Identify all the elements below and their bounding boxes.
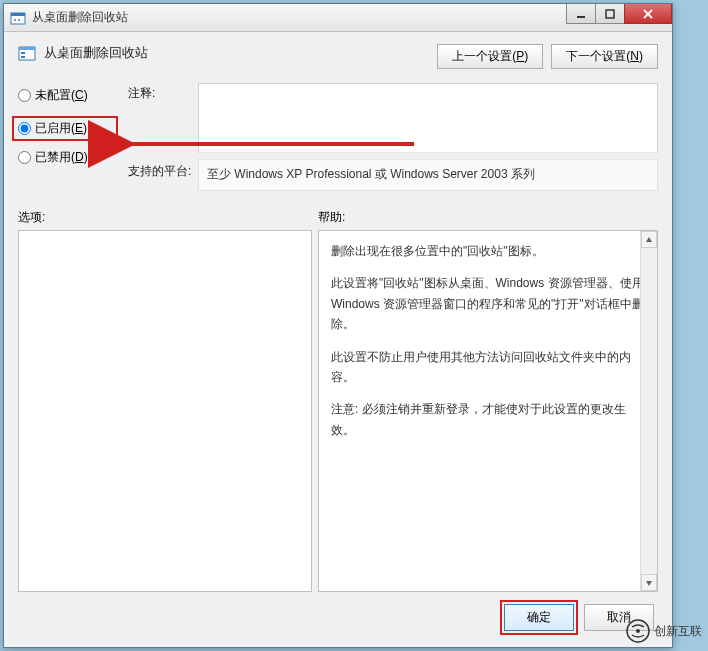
svg-point-2 [14,19,16,21]
ok-button[interactable]: 确定 [504,604,574,631]
svg-marker-13 [646,581,652,586]
dialog-window: 从桌面删除回收站 从桌面删除回收站 上一个设置(P) 下一个设置(N) [3,3,673,648]
platform-text: 至少 Windows XP Professional 或 Windows Ser… [198,159,658,191]
maximize-button[interactable] [595,4,625,24]
next-setting-button[interactable]: 下一个设置(N) [551,44,658,69]
svg-rect-1 [11,13,25,16]
svg-point-17 [636,629,640,633]
platform-label: 支持的平台: [128,159,198,180]
watermark-logo-icon [626,619,650,643]
help-text: 此设置不防止用户使用其他方法访问回收站文件夹中的内容。 [331,347,645,388]
window-title: 从桌面删除回收站 [32,9,128,26]
svg-rect-9 [19,47,35,50]
help-text: 删除出现在很多位置中的"回收站"图标。 [331,241,645,261]
comment-textbox[interactable] [198,83,658,153]
window-icon [10,10,26,26]
comment-label: 注释: [128,83,198,102]
options-panel [18,230,312,592]
help-scrollbar[interactable] [640,231,657,591]
help-label: 帮助: [318,209,345,226]
watermark: 创新互联 [626,619,702,643]
titlebar: 从桌面删除回收站 [4,4,672,32]
svg-point-3 [18,19,20,21]
svg-rect-5 [606,10,614,18]
dialog-footer: 确定 取消 [18,592,658,635]
svg-marker-12 [646,237,652,242]
minimize-button[interactable] [566,4,596,24]
scroll-track[interactable] [641,248,657,574]
help-panel: 删除出现在很多位置中的"回收站"图标。 此设置将"回收站"图标从桌面、Windo… [318,230,658,592]
prev-setting-button[interactable]: 上一个设置(P) [437,44,543,69]
options-label: 选项: [18,209,318,226]
radio-disabled[interactable]: 已禁用(D) [18,149,128,166]
radio-enabled[interactable]: 已启用(E) [12,116,118,141]
radio-enabled-input[interactable] [18,122,31,135]
window-buttons [567,4,672,24]
policy-title: 从桌面删除回收站 [44,44,148,62]
dialog-body: 从桌面删除回收站 上一个设置(P) 下一个设置(N) 未配置(C) 已启用(E) [4,32,672,647]
scroll-down-icon[interactable] [641,574,657,591]
svg-rect-10 [21,52,25,54]
radio-group: 未配置(C) 已启用(E) 已禁用(D) [18,83,128,191]
svg-rect-11 [21,56,25,58]
help-text: 注意: 必须注销并重新登录，才能使对于此设置的更改生效。 [331,399,645,440]
scroll-up-icon[interactable] [641,231,657,248]
radio-disabled-input[interactable] [18,151,31,164]
help-text: 此设置将"回收站"图标从桌面、Windows 资源管理器、使用 Windows … [331,273,645,334]
radio-not-configured-input[interactable] [18,89,31,102]
policy-icon [18,44,36,62]
close-button[interactable] [624,4,672,24]
watermark-text: 创新互联 [654,623,702,640]
radio-not-configured[interactable]: 未配置(C) [18,87,128,104]
